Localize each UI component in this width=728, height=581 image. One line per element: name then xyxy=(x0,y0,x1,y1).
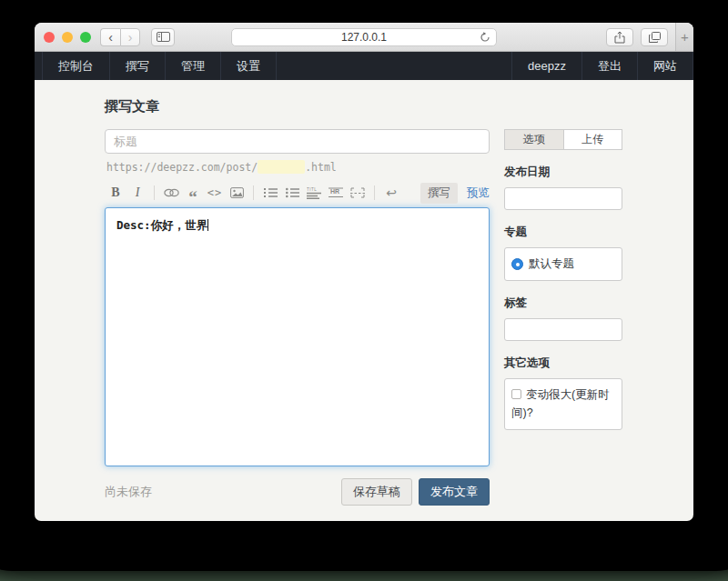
svg-text:HR: HR xyxy=(330,188,339,195)
composer-column: https://deepzz.com/post/.html B I “ <> xyxy=(105,129,490,506)
back-button[interactable]: ‹ xyxy=(100,28,120,46)
other-options-box: 变动很大(更新时间)? xyxy=(504,378,622,430)
reload-button[interactable] xyxy=(479,31,491,44)
nav-item-logout[interactable]: 登出 xyxy=(581,52,637,80)
other-options-label: 其它选项 xyxy=(504,356,622,371)
page-title: 撰写文章 xyxy=(105,98,622,115)
url-suffix: .html xyxy=(305,161,337,174)
forward-icon: › xyxy=(128,30,133,45)
tags-input[interactable] xyxy=(504,318,622,341)
markdown-editor-textarea[interactable]: Desc:你好，世界 xyxy=(105,207,490,466)
page-break-button[interactable] xyxy=(347,183,369,203)
image-icon xyxy=(230,187,244,198)
tab-write[interactable]: 撰写 xyxy=(420,183,458,204)
save-draft-button[interactable]: 保存草稿 xyxy=(341,478,412,506)
topic-list: 默认专题 xyxy=(504,247,622,281)
code-button[interactable]: <> xyxy=(204,183,226,203)
share-icon xyxy=(614,31,625,44)
tab-preview[interactable]: 预览 xyxy=(467,185,490,201)
nav-item-manage[interactable]: 管理 xyxy=(166,52,221,80)
browser-toolbar: ‹ › 127.0.0.1 xyxy=(35,23,693,52)
ordered-list-button[interactable] xyxy=(259,183,281,203)
page-break-icon xyxy=(350,187,365,198)
forward-button[interactable]: › xyxy=(120,28,140,46)
chrome-right-buttons: + xyxy=(606,23,693,51)
close-window-button[interactable] xyxy=(44,32,55,43)
toolbar-separator xyxy=(154,185,155,200)
heading-icon: TITL xyxy=(307,187,321,199)
navbar-spacer xyxy=(277,52,511,80)
undo-button[interactable]: ↩ xyxy=(380,183,402,203)
horizontal-rule-icon: HR xyxy=(329,187,343,198)
quote-icon: “ xyxy=(188,194,197,201)
address-bar[interactable]: 127.0.0.1 xyxy=(231,28,497,46)
ordered-list-icon xyxy=(264,187,278,198)
nav-item-site[interactable]: 网站 xyxy=(637,52,693,80)
post-title-input[interactable] xyxy=(105,129,490,154)
editor-toolbar: B I “ <> xyxy=(105,182,490,204)
admin-navbar: 控制台 撰写 管理 设置 deepzz 登出 网站 xyxy=(35,52,693,80)
url-text: 127.0.0.1 xyxy=(341,31,387,44)
text-cursor xyxy=(207,219,208,231)
link-button[interactable] xyxy=(160,183,182,203)
unordered-list-button[interactable] xyxy=(281,183,303,203)
tab-options[interactable]: 选项 xyxy=(504,129,564,150)
url-prefix: https://deepzz.com/post/ xyxy=(106,161,258,174)
svg-text:TITL: TITL xyxy=(307,187,317,192)
tags-label: 标签 xyxy=(504,296,622,311)
composer-footer: 尚未保存 保存草稿 发布文章 xyxy=(105,478,490,506)
nav-item-dashboard[interactable]: 控制台 xyxy=(42,52,110,80)
tab-overview-button[interactable] xyxy=(641,28,668,46)
nav-item-settings[interactable]: 设置 xyxy=(221,52,277,80)
nav-item-username[interactable]: deepzz xyxy=(511,52,581,80)
page-content: 撰写文章 https://deepzz.com/post/.html B I xyxy=(35,80,693,506)
editor-content: Desc:你好，世界 xyxy=(116,218,207,232)
sidebar-tabs: 选项 上传 xyxy=(504,129,622,150)
sidebar-toggle-button[interactable] xyxy=(151,28,175,46)
checkbox-unchecked-icon[interactable] xyxy=(511,389,521,399)
plus-icon: + xyxy=(681,29,689,45)
publish-date-label: 发布日期 xyxy=(504,165,622,180)
quote-button[interactable]: “ xyxy=(182,183,204,203)
italic-button[interactable]: I xyxy=(126,183,148,203)
image-button[interactable] xyxy=(226,183,248,203)
save-status-text: 尚未保存 xyxy=(105,484,152,500)
publish-button[interactable]: 发布文章 xyxy=(419,478,490,506)
sidebar-icon xyxy=(157,32,170,42)
traffic-lights xyxy=(44,32,91,43)
browser-window: ‹ › 127.0.0.1 xyxy=(35,23,693,521)
topic-label: 专题 xyxy=(504,225,622,240)
options-sidebar: 选项 上传 发布日期 专题 默认专题 标签 其它选项 变动很大(更新时间)? xyxy=(504,129,622,506)
post-url-preview: https://deepzz.com/post/.html xyxy=(106,160,490,174)
new-tab-button[interactable]: + xyxy=(675,23,693,51)
editor-mode-tabs: 撰写 预览 xyxy=(420,183,490,204)
back-icon: ‹ xyxy=(108,30,113,45)
url-slug-highlight[interactable] xyxy=(258,160,305,174)
bold-button[interactable]: B xyxy=(105,183,126,203)
topic-option-label: 默认专题 xyxy=(529,255,574,273)
publish-date-input[interactable] xyxy=(504,187,622,210)
tab-upload[interactable]: 上传 xyxy=(564,129,623,150)
zoom-window-button[interactable] xyxy=(80,32,91,43)
heading-button[interactable]: TITL xyxy=(303,183,325,203)
reload-icon xyxy=(479,31,491,44)
radio-checked-icon[interactable] xyxy=(511,258,523,270)
toolbar-separator xyxy=(253,185,254,200)
history-nav-group: ‹ › xyxy=(100,28,140,46)
bold-icon: B xyxy=(111,185,119,200)
horizontal-rule-button[interactable]: HR xyxy=(325,183,347,203)
topic-option-row[interactable]: 默认专题 xyxy=(511,255,615,273)
toolbar-separator xyxy=(374,185,375,200)
code-icon: <> xyxy=(207,186,222,199)
unordered-list-icon xyxy=(286,187,299,198)
nav-item-write[interactable]: 撰写 xyxy=(110,52,166,80)
link-icon xyxy=(164,188,179,197)
other-option-label: 变动很大(更新时间)? xyxy=(511,388,610,418)
minimize-window-button[interactable] xyxy=(62,32,73,43)
italic-icon: I xyxy=(136,185,140,200)
undo-icon: ↩ xyxy=(386,185,397,200)
share-button[interactable] xyxy=(606,28,633,46)
tab-overview-icon xyxy=(649,32,661,43)
